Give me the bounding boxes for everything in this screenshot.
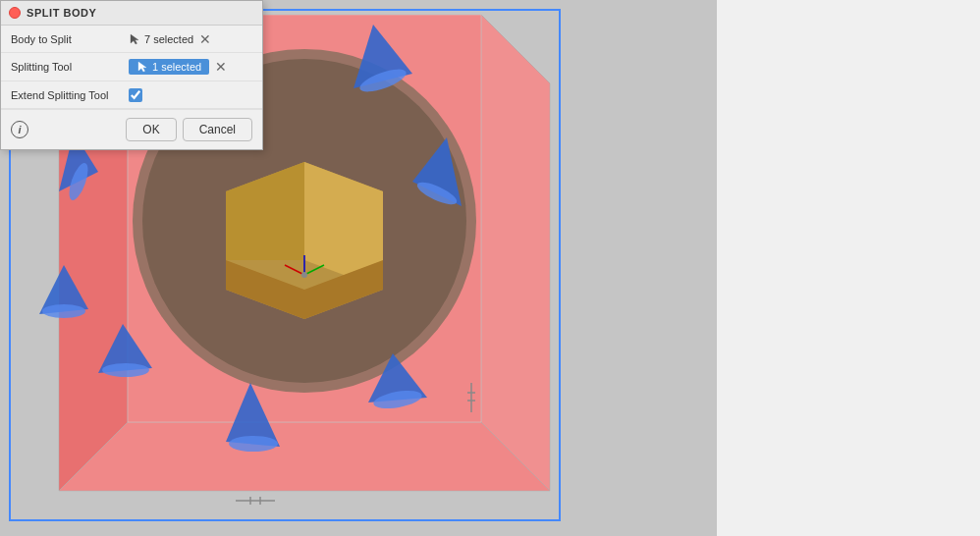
select-icon [136, 61, 148, 73]
body-to-split-row: Body to Split 7 selected ✕ [1, 26, 262, 53]
body-to-split-value: 7 selected ✕ [129, 32, 252, 46]
svg-point-28 [229, 436, 278, 452]
dialog-footer: i OK Cancel [1, 109, 262, 149]
info-button[interactable]: i [11, 121, 28, 138]
dialog-title: SPLIT BODY [27, 7, 97, 19]
ok-button[interactable]: OK [126, 118, 176, 141]
body-to-split-count: 7 selected [144, 33, 193, 45]
extend-splitting-tool-checkbox[interactable] [129, 88, 142, 102]
cursor-icon [129, 33, 140, 45]
splitting-tool-label: Splitting Tool [11, 61, 129, 73]
body-to-split-label: Body to Split [11, 33, 129, 45]
splitting-tool-value: 1 selected ✕ [129, 59, 252, 75]
splitting-tool-clear-button[interactable]: ✕ [213, 60, 229, 74]
split-body-dialog: SPLIT BODY Body to Split 7 selected ✕ Sp… [0, 0, 263, 150]
cancel-button[interactable]: Cancel [183, 118, 252, 141]
extend-splitting-tool-row: Extend Splitting Tool [1, 81, 262, 109]
dialog-body: Body to Split 7 selected ✕ Splitting Too… [1, 26, 262, 109]
dialog-titlebar: SPLIT BODY [1, 1, 262, 26]
body-to-split-clear-button[interactable]: ✕ [197, 32, 213, 46]
svg-point-16 [301, 272, 307, 278]
body-to-split-badge[interactable]: 7 selected [129, 33, 193, 45]
extend-splitting-tool-label: Extend Splitting Tool [11, 89, 129, 101]
svg-marker-3 [481, 15, 550, 491]
splitting-tool-count: 1 selected [152, 61, 201, 73]
splitting-tool-row: Splitting Tool 1 selected ✕ [1, 53, 262, 81]
dialog-close-button[interactable] [9, 7, 21, 19]
splitting-tool-badge[interactable]: 1 selected [129, 59, 209, 75]
extend-splitting-tool-value [129, 88, 252, 102]
svg-marker-4 [59, 422, 550, 491]
svg-point-30 [102, 363, 149, 377]
side-panel [717, 0, 980, 536]
svg-point-32 [42, 304, 85, 318]
